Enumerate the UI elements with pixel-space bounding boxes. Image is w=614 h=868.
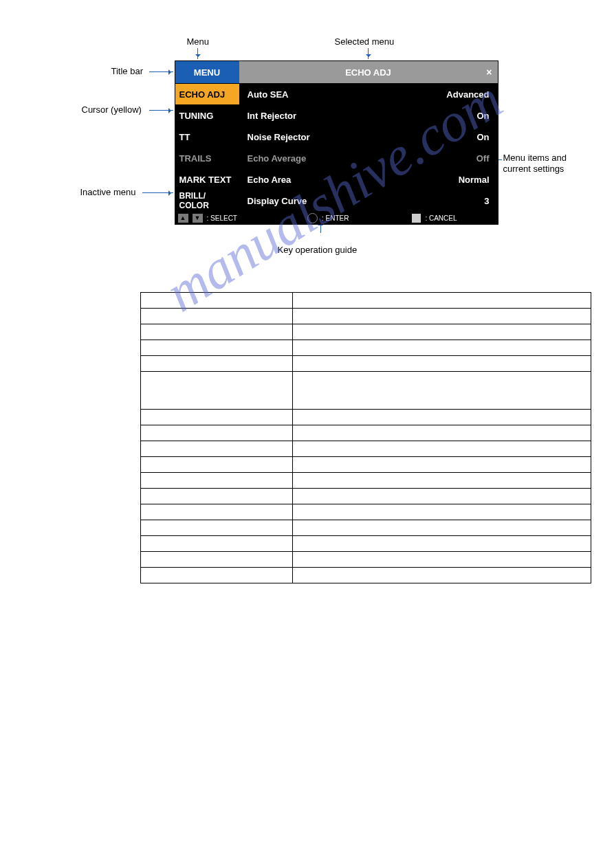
up-key-icon: ▲ [178, 214, 188, 223]
main-menu-item[interactable]: TUNING [175, 104, 239, 126]
table-header-row: Main menu Description [141, 293, 591, 309]
label-selected-menu: Selected menu [335, 36, 395, 47]
submenu-row[interactable]: Echo AverageOff [239, 147, 498, 168]
table-cell-menu: SYSTEM [141, 536, 293, 552]
label-inactive-menu: Inactive menu [80, 187, 136, 197]
submenu-row[interactable]: Display Curve3 [239, 190, 498, 211]
label-key-operation-guide: Key operation guide [278, 245, 358, 255]
table-cell-desc: Set the trails. [293, 356, 591, 372]
submenu-list: Auto SEAAdvancedInt RejectorOnNoise Reje… [239, 83, 498, 211]
submenu-item-name: Noise Rejector [248, 132, 310, 142]
table-cell-menu: TRAILS [141, 356, 293, 372]
main-menu-item[interactable]: ECHO ADJ [175, 83, 239, 104]
title-bar: MENU ECHO ADJ × [175, 61, 498, 83]
table-row: MARK TEXTSet various markers. Note: This… [141, 372, 591, 410]
menu-figure: Menu Selected menu Title bar Cursor (yel… [25, 27, 589, 261]
arrow-menu-down [197, 48, 198, 59]
table-cell-menu: TUNING [141, 324, 293, 340]
submenu-item-value: Normal [459, 175, 490, 185]
table-header-desc: Description [293, 293, 591, 309]
main-menu-item[interactable]: TT [175, 126, 239, 147]
submenu-row[interactable]: Noise RejectorOn [239, 126, 498, 147]
table-row: UNIT SETTINGSet the various units. [141, 520, 591, 536]
arrow-selected-menu-down [368, 48, 369, 59]
main-menu-item[interactable]: MARK TEXT [175, 168, 239, 190]
table-cell-menu: BRILL/COLOR [141, 410, 293, 425]
menu-tab[interactable]: MENU [175, 61, 239, 83]
table-row: AISSet the AIS function. [141, 441, 591, 457]
table-cell-menu: TT [141, 340, 293, 356]
table-cell-desc: Tune the receiver. [293, 324, 591, 340]
guide-select: : SELECT [207, 214, 237, 222]
table-cell-desc: Set the AIS function. [293, 441, 591, 457]
table-cell-desc: Adjust the radar echo. [293, 309, 591, 324]
label-cursor-yellow: Cursor (yellow) [82, 104, 142, 115]
table-cell-desc: Set the brilliance and color. [293, 410, 591, 425]
table-row: OWN SHIP INFOSet the own ship informatio… [141, 489, 591, 504]
enter-key-icon [307, 213, 318, 223]
table-cell-desc: Set the other ship information display. [293, 473, 591, 489]
table-cell-menu: AIS [141, 441, 293, 457]
submenu-item-value: Advanced [446, 89, 489, 100]
table-cell-desc: Set the cursor. [293, 504, 591, 520]
arrow-cursor-yellow [149, 110, 173, 111]
table-cell-menu: SHORTCUT MENU [141, 568, 293, 583]
cancel-key-icon [412, 214, 421, 223]
table-cell-menu: OTHER SHIP INFO [141, 473, 293, 489]
key-operation-guide: ▲ ▼ : SELECT : ENTER : CANCEL [175, 211, 498, 224]
guide-cancel: : CANCEL [425, 214, 457, 222]
main-menu-description-table: Main menu Description ECHO ADJAdjust the… [140, 292, 591, 583]
label-menu-items: Menu items and current settings [503, 153, 586, 175]
submenu-item-name: Echo Area [248, 175, 292, 185]
table-row: TESTPerform various tests (self test, LC… [141, 552, 591, 568]
table-cell-desc: Set the system-related items. [293, 536, 591, 552]
table-row: ECHO ADJAdjust the radar echo. [141, 309, 591, 324]
table-cell-desc: Set various markers. Note: This menu is … [293, 372, 591, 410]
submenu-item-value: Off [476, 153, 490, 164]
table-cell-menu: TEST [141, 552, 293, 568]
table-row: BRILL/COLORSet the brilliance and color. [141, 410, 591, 425]
table-row: TUNINGTune the receiver. [141, 324, 591, 340]
close-icon[interactable]: × [486, 67, 492, 78]
submenu-item-value: On [476, 111, 489, 121]
table-cell-menu: UNIT SETTING [141, 520, 293, 536]
table-row: CURSORSet the cursor. [141, 504, 591, 520]
table-row: NAVLINE WPTSet the nav data. [141, 457, 591, 473]
table-body: ECHO ADJAdjust the radar echo.TUNINGTune… [141, 309, 591, 583]
table-cell-desc: Set the own ship information display. [293, 489, 591, 504]
table-cell-desc: Set the nav data. [293, 457, 591, 473]
label-menu: Menu [187, 36, 210, 47]
table-header-menu: Main menu [141, 293, 293, 309]
submenu-row[interactable]: Auto SEAAdvanced [239, 83, 498, 104]
arrow-inactive-menu [142, 192, 173, 193]
table-cell-desc: Set various alarms. [293, 425, 591, 441]
submenu-row[interactable]: Int RejectorOn [239, 104, 498, 126]
table-cell-desc: Set the TT (Target Tracking) function. [293, 340, 591, 356]
main-menu-item[interactable]: TRAILS [175, 147, 239, 168]
submenu-item-name: Auto SEA [248, 89, 289, 100]
down-key-icon: ▼ [193, 214, 203, 223]
submenu-row[interactable]: Echo AreaNormal [239, 168, 498, 190]
table-row: SHORTCUT MENURegister the shortcut menus… [141, 568, 591, 583]
submenu-item-value: On [476, 132, 489, 142]
table-row: SYSTEMSet the system-related items. [141, 536, 591, 552]
table-row: TRAILSSet the trails. [141, 356, 591, 372]
table-cell-desc: Register the shortcut menus (see section… [293, 568, 591, 583]
table-cell-desc: Set the various units. [293, 520, 591, 536]
main-menu-item[interactable]: BRILL/ COLOR [175, 190, 239, 211]
submenu-item-value: 3 [484, 196, 489, 206]
table-cell-menu: NAVLINE WPT [141, 457, 293, 473]
table-cell-desc: Perform various tests (self test, LCD te… [293, 552, 591, 568]
label-title-bar: Title bar [111, 66, 143, 76]
guide-enter: : ENTER [322, 214, 349, 222]
submenu-item-name: Echo Average [248, 153, 307, 164]
selected-menu-title: ECHO ADJ [345, 67, 391, 78]
table-row: OTHER SHIP INFOSet the other ship inform… [141, 473, 591, 489]
submenu-item-name: Int Rejector [248, 111, 297, 121]
table-cell-menu: ALARM [141, 425, 293, 441]
submenu-item-name: Display Curve [248, 196, 307, 206]
main-menu-list: ECHO ADJTUNINGTTTRAILSMARK TEXTBRILL/ CO… [175, 83, 239, 211]
table-cell-menu: CURSOR [141, 504, 293, 520]
section-title: Main menu description [140, 278, 589, 289]
menu-window: MENU ECHO ADJ × ECHO ADJTUNINGTTTRAILSMA… [175, 60, 498, 225]
